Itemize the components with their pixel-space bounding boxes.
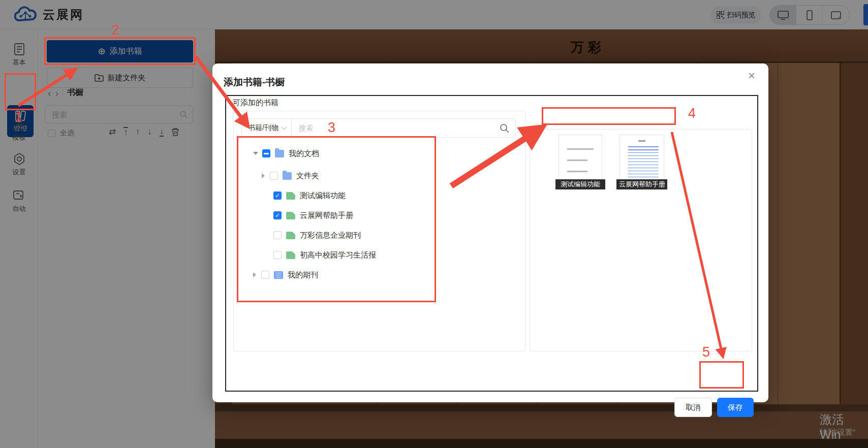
folder-icon <box>275 150 284 157</box>
folder-icon <box>283 172 292 180</box>
tree-checkbox-indeterminate[interactable] <box>262 149 270 157</box>
category-dropdown-value: 书籍/刊物 <box>248 123 278 133</box>
category-dropdown[interactable]: 书籍/刊物 <box>242 119 292 137</box>
modal-body: 可添加的书籍 书籍/刊物 <box>225 95 758 392</box>
tree-checkbox[interactable] <box>273 231 282 239</box>
app-root: 云展网 扫码预览 <box>0 0 868 448</box>
book-icon <box>286 212 295 219</box>
shelf-books-panel: 测试编辑功能 云展网帮助手册 <box>530 129 752 351</box>
caret-right-icon[interactable] <box>262 173 265 178</box>
tree-row-label: 测试编辑功能 <box>300 191 346 201</box>
close-icon[interactable]: × <box>748 70 755 82</box>
available-books-header: 可添加的书籍 <box>233 98 278 108</box>
modal-title: 添加书籍-书橱 <box>224 76 285 89</box>
caret-down-icon[interactable] <box>253 152 258 155</box>
add-book-modal: 添加书籍-书橱 × 可添加的书籍 书籍/刊物 <box>212 63 768 402</box>
save-button[interactable]: 保存 <box>717 398 754 417</box>
tree-checkbox[interactable] <box>270 172 278 180</box>
book-icon <box>286 251 295 259</box>
tree-row-label: 文件夹 <box>296 171 319 181</box>
tree-row-label: 我的文档 <box>289 149 319 158</box>
tree-row-label: 万彩信息企业期刊 <box>300 231 361 240</box>
book-icon <box>286 192 295 200</box>
book-icon <box>286 232 295 239</box>
book-thumbnail-label: 云展网帮助手册 <box>616 179 667 189</box>
cancel-button[interactable]: 取消 <box>674 398 712 417</box>
chevron-down-icon <box>281 124 287 130</box>
book-thumbnail-label: 测试编辑功能 <box>555 179 605 189</box>
tree-row-label: 云展网帮助手册 <box>300 211 353 220</box>
modal-search-bar: 书籍/刊物 <box>241 118 516 138</box>
tree-checkbox-checked[interactable]: ✓ <box>273 191 282 200</box>
tree-row-my-journals[interactable]: 我的期刊 <box>253 269 318 280</box>
tree-checkbox[interactable] <box>261 271 269 279</box>
tree-row-book[interactable]: 初高中校园学习生活报 <box>273 249 376 261</box>
search-icon[interactable] <box>500 123 509 133</box>
journal-icon <box>274 271 283 279</box>
tree-row-label: 初高中校园学习生活报 <box>300 250 376 260</box>
book-thumbnail[interactable] <box>619 135 664 183</box>
tree-row-folder[interactable]: 文件夹 <box>262 170 319 181</box>
tree-row-my-documents[interactable]: 我的文档 <box>253 148 319 159</box>
tree-row-book[interactable]: 万彩信息企业期刊 <box>273 230 361 241</box>
caret-right-icon[interactable] <box>253 272 256 277</box>
available-books-panel: 书籍/刊物 我的文档 <box>233 111 525 351</box>
tree-row-book[interactable]: ✓ 测试编辑功能 <box>273 190 346 201</box>
modal-search-input[interactable] <box>292 124 500 132</box>
tree-checkbox[interactable] <box>273 251 282 259</box>
book-thumbnail[interactable] <box>559 135 602 183</box>
tree-row-book[interactable]: ✓ 云展网帮助手册 <box>273 210 353 221</box>
tree-checkbox-checked[interactable]: ✓ <box>273 211 282 219</box>
tree-row-label: 我的期刊 <box>288 270 318 280</box>
